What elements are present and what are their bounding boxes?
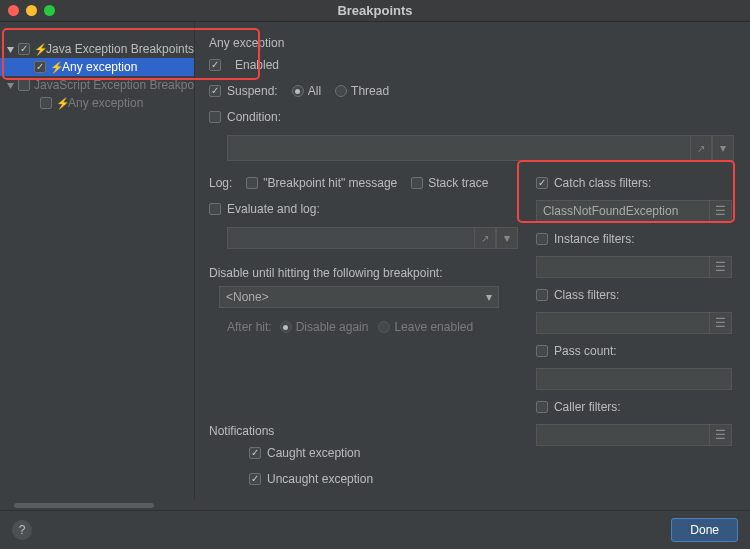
tree-label: Any exception [68,96,143,110]
breakpoint-details: Any exception Enabled Suspend: All Threa… [195,22,750,510]
tree-label: JavaScript Exception Breakpoints [34,78,194,92]
notifications-heading: Notifications [209,424,518,438]
window-title: Breakpoints [0,3,750,18]
after-hit-label: After hit: [227,320,272,334]
caller-filters-label: Caller filters: [554,400,621,414]
pass-count-input[interactable] [536,368,732,390]
checkbox[interactable] [18,79,30,91]
tree-node-java-exception[interactable]: ⚡ Java Exception Breakpoints [0,40,194,58]
horizontal-scrollbar[interactable] [0,500,195,510]
lightning-icon: ⚡ [34,43,44,56]
window-controls [8,5,55,16]
stacktrace-checkbox[interactable] [411,177,423,189]
tree-label: Any exception [62,60,137,74]
condition-label: Condition: [227,110,281,124]
catch-filters-checkbox[interactable] [536,177,548,189]
expand-icon[interactable]: ↗ [690,135,712,161]
disable-again-label: Disable again [296,320,369,334]
dialog-footer: ? Done [0,510,750,548]
uncaught-label: Uncaught exception [267,472,373,486]
history-dropdown-icon[interactable]: ▾ [712,135,734,161]
details-heading: Any exception [209,36,734,50]
instance-filters-input[interactable] [536,256,710,278]
pass-count-checkbox[interactable] [536,345,548,357]
disclosure-triangle-icon[interactable] [6,45,15,54]
tree-label: Java Exception Breakpoints [46,42,194,56]
done-button[interactable]: Done [671,518,738,542]
uncaught-checkbox[interactable] [249,473,261,485]
condition-input[interactable] [227,135,690,161]
checkbox[interactable] [18,43,30,55]
class-filters-input[interactable] [536,312,710,334]
svg-marker-0 [7,47,14,53]
browse-icon[interactable]: ☰ [710,256,732,278]
caller-filters-input[interactable] [536,424,710,446]
lightning-icon: ⚡ [50,61,60,74]
browse-icon[interactable]: ☰ [710,424,732,446]
breakpoints-tree: ⚡ Java Exception Breakpoints ⚡ Any excep… [0,22,195,510]
caught-label: Caught exception [267,446,360,460]
enabled-checkbox[interactable] [209,59,221,71]
tree-node-any-exception[interactable]: ⚡ Any exception [0,58,194,76]
caller-filters-checkbox[interactable] [536,401,548,413]
eval-log-label: Evaluate and log: [227,202,320,216]
suspend-all-radio[interactable] [292,85,304,97]
log-label: Log: [209,176,232,190]
leave-enabled-label: Leave enabled [394,320,473,334]
disable-until-label: Disable until hitting the following brea… [209,266,518,280]
select-value: <None> [226,290,269,304]
disable-until-select[interactable]: <None> ▾ [219,286,499,308]
catch-filters-label: Catch class filters: [554,176,651,190]
browse-icon[interactable]: ☰ [710,312,732,334]
zoom-window-icon[interactable] [44,5,55,16]
disable-again-radio [280,321,292,333]
stacktrace-label: Stack trace [428,176,488,190]
suspend-thread-radio[interactable] [335,85,347,97]
browse-icon[interactable]: ☰ [710,200,732,222]
disclosure-triangle-icon[interactable] [6,81,15,90]
condition-checkbox[interactable] [209,111,221,123]
caught-checkbox[interactable] [249,447,261,459]
help-button[interactable]: ? [12,520,32,540]
tree-node-any-exception-js[interactable]: ⚡ Any exception [0,94,194,112]
close-window-icon[interactable] [8,5,19,16]
lightning-icon: ⚡ [56,97,66,110]
bphit-label: "Breakpoint hit" message [263,176,397,190]
pass-count-label: Pass count: [554,344,617,358]
instance-filters-label: Instance filters: [554,232,635,246]
titlebar: Breakpoints [0,0,750,22]
content-area: ⚡ Java Exception Breakpoints ⚡ Any excep… [0,22,750,510]
tree-node-js-exception[interactable]: JavaScript Exception Breakpoints [0,76,194,94]
class-filters-label: Class filters: [554,288,619,302]
suspend-thread-label: Thread [351,84,389,98]
checkbox[interactable] [40,97,52,109]
history-dropdown-icon[interactable]: ▾ [496,227,518,249]
enabled-label: Enabled [235,58,279,72]
bphit-checkbox[interactable] [246,177,258,189]
eval-log-checkbox[interactable] [209,203,221,215]
svg-marker-1 [7,83,14,89]
catch-filters-input[interactable] [536,200,710,222]
minimize-window-icon[interactable] [26,5,37,16]
chevron-down-icon: ▾ [486,290,492,304]
leave-enabled-radio [378,321,390,333]
instance-filters-checkbox[interactable] [536,233,548,245]
checkbox[interactable] [34,61,46,73]
suspend-all-label: All [308,84,321,98]
suspend-label: Suspend: [227,84,278,98]
expand-icon[interactable]: ↗ [474,227,496,249]
suspend-checkbox[interactable] [209,85,221,97]
eval-log-input[interactable] [227,227,474,249]
class-filters-checkbox[interactable] [536,289,548,301]
